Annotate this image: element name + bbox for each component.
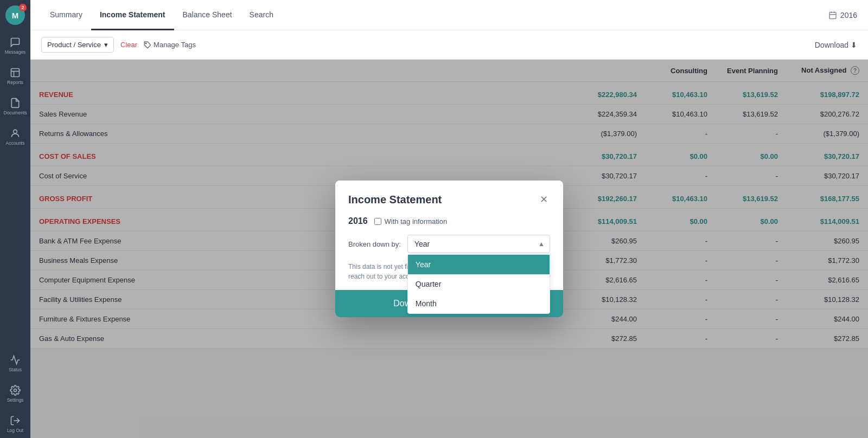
modal-header: Income Statement ✕ bbox=[335, 181, 563, 216]
filter-right: Download ⬇ bbox=[815, 41, 857, 49]
status-label: Status bbox=[9, 367, 22, 372]
logout-icon bbox=[10, 415, 21, 426]
tab-search[interactable]: Search bbox=[241, 1, 282, 30]
sidebar-item-status[interactable]: Status bbox=[2, 349, 28, 377]
download-button[interactable]: Download ⬇ bbox=[815, 41, 857, 49]
message-icon bbox=[10, 37, 21, 48]
sidebar-item-documents[interactable]: Documents bbox=[2, 92, 28, 120]
documents-label: Documents bbox=[4, 110, 27, 115]
with-tag-label: With tag information bbox=[385, 217, 448, 226]
svg-rect-0 bbox=[11, 68, 20, 76]
dropdown-label: Product / Service bbox=[47, 41, 101, 49]
with-tag-checkbox[interactable] bbox=[374, 218, 381, 225]
reports-icon bbox=[10, 67, 21, 78]
svg-point-4 bbox=[14, 389, 17, 391]
message-badge: 2 bbox=[19, 4, 27, 11]
product-service-dropdown[interactable]: Product / Service ▾ bbox=[41, 37, 114, 53]
modal-title: Income Statement bbox=[348, 194, 442, 206]
messages-label: Messages bbox=[5, 49, 26, 55]
sidebar-item-settings[interactable]: Settings bbox=[2, 379, 28, 408]
download-arrow-icon: ⬇ bbox=[851, 41, 857, 49]
accounts-icon bbox=[10, 128, 21, 139]
breakdown-dropdown: Year Quarter Month bbox=[407, 254, 550, 314]
main-content: Summary Income Statement Balance Sheet S… bbox=[30, 0, 868, 438]
manage-tags-button[interactable]: Manage Tags bbox=[144, 41, 196, 49]
tab-summary[interactable]: Summary bbox=[41, 1, 91, 30]
logout-label: Log Out bbox=[7, 428, 23, 433]
reports-label: Reports bbox=[7, 80, 23, 85]
accounts-label: Accounts bbox=[6, 140, 25, 146]
status-icon bbox=[10, 355, 21, 365]
sidebar-item-logout[interactable]: Log Out bbox=[2, 410, 28, 438]
svg-point-10 bbox=[145, 43, 146, 44]
modal-body: 2016 With tag information Broken down by… bbox=[335, 216, 563, 290]
chevron-down-icon: ▾ bbox=[104, 41, 108, 49]
settings-label: Settings bbox=[7, 397, 24, 403]
sidebar-item-reports[interactable]: Reports bbox=[2, 62, 28, 90]
settings-icon bbox=[10, 385, 21, 396]
broken-down-select[interactable]: Year bbox=[407, 235, 550, 253]
avatar[interactable]: M 2 bbox=[5, 5, 25, 25]
option-month[interactable]: Month bbox=[408, 294, 550, 313]
option-year[interactable]: Year bbox=[408, 255, 550, 274]
top-nav: Summary Income Statement Balance Sheet S… bbox=[30, 0, 868, 30]
option-quarter[interactable]: Quarter bbox=[408, 274, 550, 294]
with-tag-checkbox-label[interactable]: With tag information bbox=[374, 217, 448, 226]
select-wrapper: Year ▲ Year Quarter Month bbox=[407, 235, 550, 253]
sidebar-item-messages[interactable]: Messages bbox=[2, 31, 28, 60]
sidebar-item-accounts[interactable]: Accounts bbox=[2, 123, 28, 151]
tag-icon bbox=[144, 41, 151, 49]
broken-down-label: Broken down by: bbox=[348, 240, 401, 248]
documents-icon bbox=[10, 98, 21, 108]
nav-right: 2016 bbox=[828, 11, 857, 20]
modal-close-button[interactable]: ✕ bbox=[538, 191, 550, 208]
income-statement-modal: Income Statement ✕ 2016 With tag informa… bbox=[335, 181, 563, 317]
year-display: 2016 bbox=[828, 11, 857, 20]
tab-balance-sheet[interactable]: Balance Sheet bbox=[174, 1, 241, 30]
year-value: 2016 bbox=[840, 11, 857, 20]
broken-down-row: Broken down by: Year ▲ Year Quarter Mont… bbox=[348, 235, 550, 253]
svg-rect-6 bbox=[829, 12, 836, 18]
clear-button[interactable]: Clear bbox=[120, 41, 137, 49]
download-label: Download bbox=[815, 41, 848, 49]
modal-overlay: Income Statement ✕ 2016 With tag informa… bbox=[30, 60, 868, 438]
modal-year-row: 2016 With tag information bbox=[348, 216, 550, 226]
calendar-icon bbox=[828, 11, 837, 20]
tab-income-statement[interactable]: Income Statement bbox=[91, 1, 174, 30]
filter-bar: Product / Service ▾ Clear Manage Tags Do… bbox=[30, 30, 868, 60]
manage-tags-label: Manage Tags bbox=[154, 41, 196, 49]
report-content: Consulting Event Planning Not Assigned ?… bbox=[30, 60, 868, 438]
modal-year: 2016 bbox=[348, 216, 368, 226]
svg-point-3 bbox=[14, 130, 17, 133]
sidebar: M 2 Messages Reports Documents Accounts … bbox=[0, 0, 30, 438]
